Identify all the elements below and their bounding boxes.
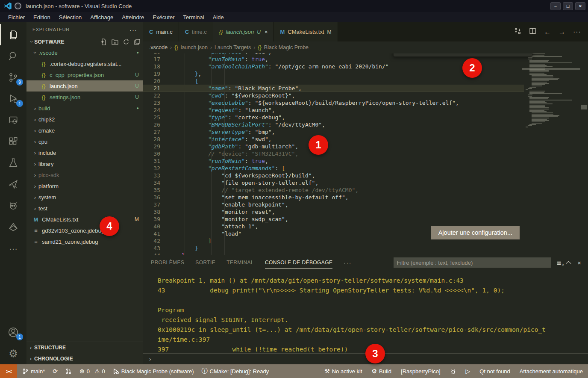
code-line-37[interactable]: 37 "enable breakpoint",	[143, 201, 524, 208]
code-line-32[interactable]: 32 "preRestartCommands": [	[143, 165, 524, 172]
close-panel-icon[interactable]: ×	[577, 259, 581, 266]
tab-time-c[interactable]: Ctime.c	[179, 22, 213, 41]
code-line-21[interactable]: 21 "name": "Black Magic Probe",	[143, 85, 524, 92]
code-line-38[interactable]: 38 "monitor reset",	[143, 208, 524, 216]
tree-item-samd21-ozone-jdebug[interactable]: ≡samd21_ozone.jdebug	[26, 236, 143, 247]
tree-item--vscode[interactable]: ›.vscode●	[26, 47, 143, 58]
navigate-back-icon[interactable]: ←	[544, 28, 551, 36]
navigate-forward-icon[interactable]: →	[559, 28, 565, 36]
status-item-main-[interactable]: main*	[22, 368, 45, 375]
new-file-icon[interactable]	[100, 38, 107, 45]
tree-item-chip32[interactable]: ›chip32	[26, 114, 143, 125]
tree-item-test[interactable]: ›test	[26, 203, 143, 214]
maximize-button[interactable]: □	[563, 2, 573, 10]
collapse-all-icon[interactable]	[134, 38, 141, 45]
tree-item-pico-sdk[interactable]: ›pico-sdk	[26, 169, 143, 180]
breadcrumb-item[interactable]: launch.json	[181, 44, 208, 50]
tree-item-cpu[interactable]: ›cpu	[26, 136, 143, 147]
menu-atteindre[interactable]: Atteindre	[118, 13, 148, 21]
code-line-28[interactable]: 28 "interface": "swd",	[143, 136, 524, 143]
bug-face-icon[interactable]	[0, 195, 26, 216]
menu-aide[interactable]: Aide	[209, 13, 228, 21]
minimize-button[interactable]: –	[550, 2, 561, 10]
menu-fichier[interactable]: Fichier	[4, 13, 29, 21]
status-item-bug[interactable]	[450, 368, 456, 375]
tab-launch-json[interactable]: {}launch.jsonU×	[213, 22, 274, 41]
remote-indicator[interactable]: ><	[0, 364, 17, 378]
code-line-25[interactable]: 25 "type": "cortex-debug",	[143, 114, 524, 121]
status-item-qt-not-found[interactable]: Qt not found	[479, 368, 510, 375]
tab-cmakelists-txt[interactable]: MCMakeLists.txtM	[274, 22, 338, 41]
infinity-extension-icon[interactable]	[0, 216, 26, 238]
code-line-44[interactable]: 44 ]	[143, 252, 524, 255]
code-line-29[interactable]: 29 "gdbPath": "gdb-multiarch",	[143, 143, 524, 150]
tree-item-gd32vf103-ozone-jdebug[interactable]: ≡gd32vf103_ozone.jdebug	[26, 225, 143, 236]
tree-item-include[interactable]: ›include	[26, 147, 143, 158]
more-activity-icon[interactable]: ···	[0, 238, 26, 259]
status-item-build[interactable]: ⚙Build	[372, 368, 391, 375]
tree-item-settings-json[interactable]: {}settings.jsonU	[26, 92, 143, 103]
code-line-30[interactable]: 30 // "device": "STM32L431VC",	[143, 150, 524, 157]
status-item-black-magic-probe-software-[interactable]: Black Magic Probe (software)	[113, 368, 194, 375]
panel-tab-terminal[interactable]: TERMINAL	[226, 257, 254, 269]
tree-item-c-cpp-properties-json[interactable]: {}c_cpp_properties.jsonU	[26, 69, 143, 80]
settings-gear-icon[interactable]: ⚙	[0, 343, 26, 364]
minimap[interactable]	[524, 53, 579, 255]
code-line-22[interactable]: 22 "cwd": "${workspaceRoot}",	[143, 92, 524, 99]
testing-icon[interactable]	[0, 152, 26, 174]
status-item-0[interactable]: ⊗0⚠0	[79, 368, 105, 375]
status-item-no-active-kit[interactable]: ⚒No active kit	[324, 368, 362, 375]
tree-item-cmake[interactable]: ›cmake	[26, 125, 143, 136]
code-line-36[interactable]: 36 "set mem inaccessible-by-default off"…	[143, 194, 524, 201]
code-line-20[interactable]: 20 {	[143, 77, 524, 85]
search-icon[interactable]	[0, 45, 26, 67]
code-line-33[interactable]: 33 "cd ${workspaceRoot}/build",	[143, 172, 524, 179]
code-line-39[interactable]: 39 "monitor swdp_scan",	[143, 216, 524, 223]
panel-tab-probl-mes[interactable]: PROBLÈMES	[151, 257, 184, 269]
close-tab-icon[interactable]: ×	[265, 29, 268, 35]
status-item-attachement-automatique[interactable]: Attachement automatique	[520, 368, 583, 375]
explorer-icon[interactable]	[0, 24, 26, 45]
remote-explorer-icon[interactable]	[0, 109, 26, 131]
status-item-sync[interactable]: ⟳	[53, 368, 58, 375]
breadcrumb-item[interactable]: Launch Targets	[215, 44, 251, 50]
editor-more-actions-icon[interactable]: ···	[573, 28, 581, 36]
console-filter-input[interactable]	[394, 257, 551, 268]
tree-item--cortex-debug-registers-stat-[interactable]: {}.cortex-debug.registers.stat...	[26, 58, 143, 69]
code-line-23[interactable]: 23 "executable": "${workspaceRoot}/build…	[143, 99, 524, 106]
run-debug-icon[interactable]: 1	[0, 88, 26, 109]
account-icon[interactable]: 1	[0, 322, 26, 343]
code-line-31[interactable]: 31 "runToMain": true,	[143, 157, 524, 165]
extensions-icon[interactable]	[0, 131, 26, 152]
code-line-35[interactable]: 35 // "target extended-remote /dev/ttyAC…	[143, 186, 524, 194]
section-chronologie[interactable]: ›CHRONOLOGIE	[26, 353, 143, 364]
tree-item-build[interactable]: ›build●	[26, 103, 143, 114]
menu-sélection[interactable]: Sélection	[55, 13, 85, 21]
code-line-24[interactable]: 24 "request": "launch",	[143, 106, 524, 114]
code-editor[interactable]: 16 "interface": "swd",17 "runToMain": tr…	[143, 53, 588, 255]
split-editor-icon[interactable]	[529, 27, 536, 36]
tab-main-c[interactable]: Cmain.c	[143, 22, 179, 41]
tree-item-platform[interactable]: ›platform	[26, 180, 143, 192]
menu-affichage[interactable]: Affichage	[86, 13, 117, 21]
menu-edition[interactable]: Edition	[29, 13, 54, 21]
code-line-43[interactable]: 43 }	[143, 245, 524, 252]
close-button[interactable]: ×	[575, 2, 585, 10]
status-item--raspberrypico-[interactable]: [RaspberryPico]	[401, 368, 440, 375]
workspace-section-header[interactable]: › SOFTWARE	[26, 37, 143, 47]
tree-item-system[interactable]: ›system	[26, 192, 143, 203]
breadcrumb-item[interactable]: Black Magic Probe	[264, 44, 309, 50]
code-line-26[interactable]: 26 "BMPGDBSerialPort": "/dev/ttyACM0",	[143, 121, 524, 128]
menu-terminal[interactable]: Terminal	[179, 13, 208, 21]
status-item-cmake-debug-ready[interactable]: ⓘCMake: [Debug]: Ready	[202, 367, 269, 375]
breadcrumb-item[interactable]: .vscode	[149, 44, 168, 50]
code-line-27[interactable]: 27 "servertype": "bmp",	[143, 128, 524, 136]
code-line-34[interactable]: 34 "file open-story-teller.elf",	[143, 179, 524, 186]
refresh-icon[interactable]	[123, 38, 129, 45]
panel-more-icon[interactable]: ···	[344, 260, 352, 266]
status-item-pr[interactable]	[65, 368, 72, 375]
tree-item-library[interactable]: ›library	[26, 158, 143, 169]
add-configuration-button[interactable]: Ajouter une configuration...	[431, 226, 520, 239]
menu-exécuter[interactable]: Exécuter	[149, 13, 178, 21]
debug-console-output[interactable]: Breakpoint 1, main () at /mnt/data/git/o…	[143, 270, 588, 353]
